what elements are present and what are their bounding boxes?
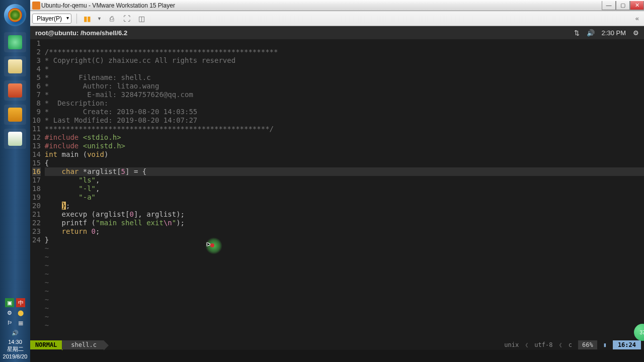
tray-time[interactable]: 14:30 xyxy=(3,338,28,345)
code-line[interactable]: execvp (arglist[0], arglist); xyxy=(45,210,644,219)
gear-icon[interactable]: ⚙ xyxy=(633,29,639,37)
cursor-position: 16:24 xyxy=(613,340,641,349)
code-line[interactable]: char *arglist[5] = { xyxy=(45,167,644,176)
collapse-toolbar-icon[interactable]: « xyxy=(635,15,639,22)
tray-day[interactable]: 星期二 xyxy=(3,345,28,352)
code-area[interactable]: /***************************************… xyxy=(45,39,644,340)
code-line[interactable]: }; xyxy=(45,202,644,210)
taskbar-item-vmware[interactable] xyxy=(4,105,26,125)
code-line[interactable] xyxy=(45,39,644,48)
code-line[interactable]: #include <unistd.h> xyxy=(45,142,644,150)
vim-mode: NORMAL xyxy=(30,340,62,349)
window-title: Ubuntu-for-qemu - VMware Workstation 15 … xyxy=(41,2,175,9)
code-line[interactable]: "-l", xyxy=(45,185,644,193)
code-line[interactable]: * Description: xyxy=(45,99,644,108)
file-format: unix xyxy=(504,341,519,348)
terminal-title: root@ubuntu: /home/shell/6.2 xyxy=(35,29,127,37)
line-number-gutter: 123456789101112131415161718192021222324 xyxy=(30,39,45,340)
taskbar-item[interactable] xyxy=(4,56,26,76)
taskbar-item[interactable] xyxy=(4,32,26,52)
tray-ime-icon[interactable]: 中 xyxy=(16,298,25,307)
line-indicator-icon: ▮ xyxy=(603,341,607,348)
win7-taskbar: ▣ 中 ⚙ ⬤ 🏳 ▦ 🔊 14:30 星期二 2019/8/20 xyxy=(0,0,30,362)
sep-icon: ❮ xyxy=(525,341,528,348)
code-line[interactable]: "-a" xyxy=(45,193,644,202)
code-line[interactable]: * Create: 2019-08-20 14:03:55 xyxy=(45,108,644,116)
unity-icon[interactable]: ◫ xyxy=(137,14,147,24)
file-encoding: utf-8 xyxy=(534,341,552,348)
window-titlebar: Ubuntu-for-qemu - VMware Workstation 15 … xyxy=(0,0,644,11)
file-type: c xyxy=(569,341,572,348)
tray-volume-icon[interactable]: 🔊 xyxy=(11,328,20,337)
clock[interactable]: 2:30 PM xyxy=(602,29,626,37)
minimize-button[interactable]: — xyxy=(602,1,616,10)
tray-icon[interactable]: ▦ xyxy=(16,318,25,327)
vmware-toolbar: Player(P) ▮▮ ▼ ⎙ ⛶ ◫ « xyxy=(0,11,644,26)
code-line[interactable]: /***************************************… xyxy=(45,48,644,56)
code-line[interactable]: ****************************************… xyxy=(45,125,644,133)
tray-icon[interactable]: ⬤ xyxy=(16,308,25,317)
maximize-button[interactable]: ▢ xyxy=(616,1,630,10)
vim-editor[interactable]: 123456789101112131415161718192021222324 … xyxy=(30,39,644,340)
taskbar-item[interactable] xyxy=(4,80,26,101)
code-line[interactable]: "ls", xyxy=(45,176,644,185)
code-line[interactable]: int main (void) xyxy=(45,150,644,159)
code-line[interactable]: #include <stdio.h> xyxy=(45,133,644,142)
send-ctrl-alt-del-icon[interactable]: ⎙ xyxy=(107,14,117,24)
sep-icon: ❮ xyxy=(558,341,562,348)
ubuntu-topbar: root@ubuntu: /home/shell/6.2 ⇅ 🔊 2:30 PM… xyxy=(30,26,644,39)
taskbar-item[interactable] xyxy=(4,129,26,149)
dropdown-arrow-icon[interactable]: ▼ xyxy=(97,16,102,21)
code-line[interactable]: * Filename: shell.c xyxy=(45,73,644,82)
volume-icon[interactable]: 🔊 xyxy=(587,29,595,37)
network-icon[interactable]: ⇅ xyxy=(574,29,580,37)
code-line[interactable]: * Author: litao.wang xyxy=(45,82,644,90)
vmware-icon xyxy=(32,2,40,10)
tray-icon[interactable]: ▣ xyxy=(5,298,14,307)
system-tray: ▣ 中 ⚙ ⬤ 🏳 ▦ 🔊 14:30 星期二 2019/8/20 xyxy=(0,298,30,362)
code-line[interactable]: * Last Modified: 2019-08-20 14:07:27 xyxy=(45,116,644,125)
vm-display[interactable]: root@ubuntu: /home/shell/6.2 ⇅ 🔊 2:30 PM… xyxy=(30,26,644,362)
code-line[interactable]: * Copyright(C) zhaixue.cc All rights res… xyxy=(45,56,644,65)
pause-icon[interactable]: ▮▮ xyxy=(82,14,92,24)
tray-date[interactable]: 2019/8/20 xyxy=(3,353,28,360)
start-button[interactable] xyxy=(4,4,26,26)
close-button[interactable]: ✕ xyxy=(630,1,644,10)
code-line[interactable]: * xyxy=(45,65,644,73)
vim-filename: shell.c xyxy=(62,340,104,349)
code-line[interactable]: * E-mail: 3284757626@qq.com xyxy=(45,90,644,99)
scroll-percent: 66% xyxy=(578,340,597,349)
code-line[interactable]: } xyxy=(45,236,644,244)
fullscreen-icon[interactable]: ⛶ xyxy=(122,14,132,24)
code-line[interactable]: return 0; xyxy=(45,227,644,236)
code-line[interactable]: { xyxy=(45,159,644,167)
vim-statusline: NORMAL shell.c unix ❮ utf-8 ❮ c 66% ▮ 16… xyxy=(30,340,644,350)
code-line[interactable]: printf ("main shell exit\n"); xyxy=(45,219,644,227)
tray-icon[interactable]: 🏳 xyxy=(5,318,14,327)
player-menu[interactable]: Player(P) xyxy=(32,14,71,24)
tray-icon[interactable]: ⚙ xyxy=(5,308,14,317)
